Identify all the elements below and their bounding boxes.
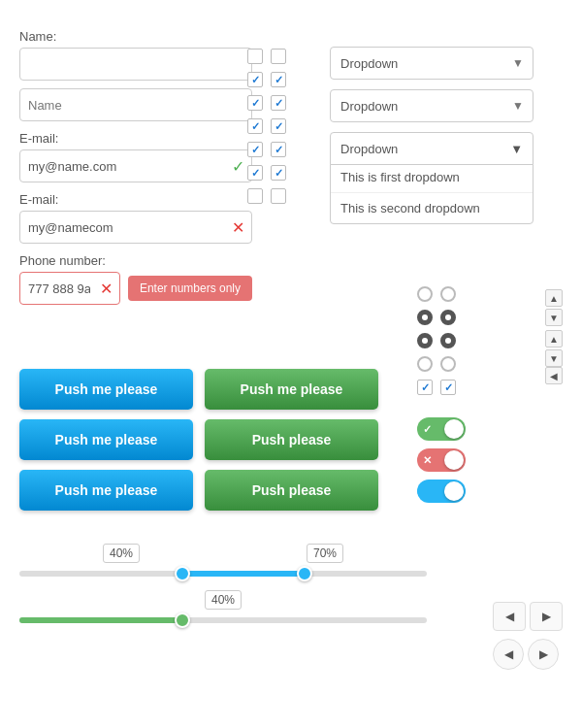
- radio-2b[interactable]: [440, 310, 456, 325]
- checkbox-row-4: [247, 118, 325, 134]
- toggle-check-icon: ✓: [423, 423, 432, 436]
- push-btn-3[interactable]: Push me please: [19, 419, 193, 460]
- checkbox-row-3: [247, 95, 325, 111]
- email-input-valid[interactable]: [19, 149, 252, 182]
- checkbox-3a[interactable]: [247, 95, 263, 111]
- checkbox-r2[interactable]: [440, 380, 456, 395]
- double-slider-thumb-left[interactable]: [175, 566, 190, 581]
- checkbox-5b[interactable]: [271, 142, 286, 157]
- radio-3b[interactable]: [440, 333, 456, 348]
- radio-2a[interactable]: [417, 310, 433, 325]
- dropdown-3-arrow-icon: ▼: [510, 142, 523, 156]
- push-btn-1[interactable]: Push me please: [19, 369, 193, 410]
- nav-arrows-section: ◀ ▶ ◀ ▶: [493, 602, 563, 670]
- checkbox-7a[interactable]: [247, 188, 263, 204]
- nav-right-btn-2[interactable]: ▶: [528, 639, 559, 670]
- push-btn-6[interactable]: Push please: [205, 470, 378, 511]
- stepper-down-icon[interactable]: ▼: [545, 309, 563, 326]
- email-input-invalid[interactable]: [19, 211, 252, 244]
- left-arrow-icon[interactable]: ◀: [545, 367, 563, 384]
- checkbox-1a[interactable]: [247, 49, 263, 64]
- name-input-empty[interactable]: [19, 48, 252, 81]
- radio-row-2: [417, 310, 534, 325]
- double-slider-labels: 40% 70%: [19, 544, 427, 563]
- checkbox-4a[interactable]: [247, 118, 263, 134]
- checkbox-6b[interactable]: [271, 165, 286, 181]
- phone-label: Phone number:: [19, 253, 252, 268]
- dropdown-1-wrapper: Dropdown This is first dropdown This is …: [330, 47, 534, 80]
- single-slider-row: 40%: [19, 590, 427, 623]
- button-row-2: Push me please Push please: [19, 419, 378, 460]
- x-icon: ✕: [232, 218, 244, 237]
- checkbox-row-2: [247, 72, 325, 87]
- checkbox-r1[interactable]: [417, 380, 433, 395]
- radio-row-4: [417, 356, 534, 372]
- single-slider-track: [19, 617, 427, 623]
- toggles-section: ✓ ✕: [417, 417, 495, 503]
- stepper-arrows-mid: ▲ ▼: [545, 330, 563, 367]
- phone-row: ✕ Enter numbers only: [19, 272, 252, 305]
- nav-left-btn-1[interactable]: ◀: [493, 602, 526, 631]
- double-slider-thumb-right[interactable]: [297, 566, 312, 581]
- checkbox-5a[interactable]: [247, 142, 263, 157]
- stepper-arrows-top: ▲ ▼: [545, 289, 563, 326]
- push-btn-2[interactable]: Push me please: [205, 369, 378, 410]
- check-icon: ✓: [232, 157, 244, 176]
- toggle-thumb-2: [444, 450, 464, 470]
- name-input-placeholder[interactable]: [19, 88, 252, 121]
- radio-4b[interactable]: [440, 356, 456, 372]
- stepper-mid-down-icon[interactable]: ▼: [545, 349, 563, 367]
- slider-left-badge: 40%: [103, 544, 140, 563]
- email-label-2: E-mail:: [19, 192, 252, 207]
- nav-row-2: ◀ ▶: [493, 639, 563, 670]
- dropdown-3-menu: This is first dropdown This is second dr…: [330, 161, 534, 224]
- email-input-valid-wrapper: ✓: [19, 149, 252, 182]
- dropdown-1[interactable]: Dropdown This is first dropdown This is …: [330, 47, 534, 80]
- checkbox-1b[interactable]: [271, 49, 286, 64]
- radio-1a[interactable]: [417, 286, 433, 302]
- checkbox-row-1: [247, 49, 325, 64]
- dropdown-3-item-1[interactable]: This is first dropdown: [331, 162, 533, 193]
- double-slider-track: [19, 571, 427, 577]
- nav-right-btn-1[interactable]: ▶: [530, 602, 563, 631]
- button-row-3: Push me please Push please: [19, 470, 378, 511]
- dropdown-2[interactable]: Dropdown This is first dropdown This is …: [330, 89, 534, 122]
- toggle-x-icon: ✕: [423, 454, 432, 467]
- stepper-up-icon[interactable]: ▲: [545, 289, 563, 307]
- nav-left-btn-2[interactable]: ◀: [493, 639, 524, 670]
- toggle-off-red[interactable]: ✕: [417, 448, 466, 472]
- radio-row-1: [417, 286, 534, 302]
- push-btn-4[interactable]: Push please: [205, 419, 378, 460]
- left-arrow-section: ◀: [545, 367, 563, 384]
- dropdown-3-trigger[interactable]: Dropdown ▼: [330, 132, 534, 165]
- checkbox-7b[interactable]: [271, 188, 286, 204]
- dropdown-3-label: Dropdown: [340, 142, 398, 156]
- checkbox-radio-row: [417, 380, 534, 395]
- radio-3a[interactable]: [417, 333, 433, 348]
- radio-1b[interactable]: [440, 286, 456, 302]
- single-slider-thumb[interactable]: [175, 612, 190, 628]
- radio-4a[interactable]: [417, 356, 433, 372]
- sliders-section: 40% 70% 40%: [19, 544, 427, 637]
- phone-error-badge: Enter numbers only: [128, 276, 252, 301]
- toggle-on-green[interactable]: ✓: [417, 417, 466, 441]
- radio-section: [417, 286, 534, 403]
- slider-right-badge: 70%: [307, 544, 343, 563]
- form-section: Name: E-mail: ✓ E-mail: ✕ Phone number: …: [19, 19, 252, 305]
- toggle-thumb-3: [444, 481, 464, 501]
- double-slider-fill: [182, 571, 305, 577]
- checkbox-2a[interactable]: [247, 72, 263, 87]
- slider-single-badge: 40%: [205, 590, 242, 610]
- checkbox-2b[interactable]: [271, 72, 286, 87]
- dropdowns-section: Dropdown This is first dropdown This is …: [330, 47, 534, 234]
- checkbox-4b[interactable]: [271, 118, 286, 134]
- checkbox-6a[interactable]: [247, 165, 263, 181]
- toggle-on-blue[interactable]: [417, 480, 466, 503]
- buttons-section: Push me please Push me please Push me pl…: [19, 369, 378, 520]
- checkbox-3b[interactable]: [271, 95, 286, 111]
- dropdown-3-item-2[interactable]: This is second dropdown: [331, 193, 533, 223]
- stepper-mid-up-icon[interactable]: ▲: [545, 330, 563, 347]
- phone-input-wrapper: ✕: [19, 272, 120, 305]
- push-btn-5[interactable]: Push me please: [19, 470, 193, 511]
- checkbox-row-5: [247, 142, 325, 157]
